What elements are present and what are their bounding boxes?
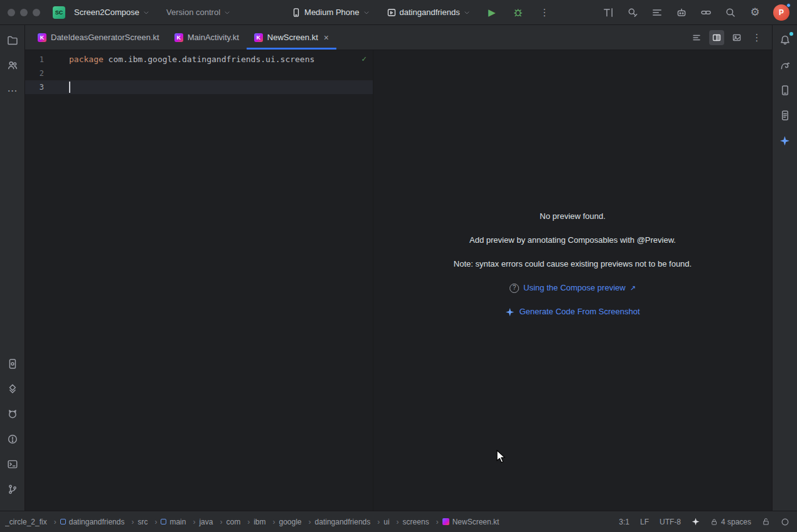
zoom-window-button[interactable] <box>33 9 40 16</box>
inspections-ok-icon[interactable]: ✓ <box>361 54 366 63</box>
design-view-button[interactable] <box>729 30 744 45</box>
split-view-button[interactable] <box>709 30 724 45</box>
link-icon <box>700 7 712 18</box>
phone-device-icon <box>291 8 301 18</box>
breadcrumb-item[interactable]: ui <box>383 518 402 526</box>
ide-status-button[interactable] <box>781 518 789 526</box>
device-explorer-icon <box>779 110 791 121</box>
notifications-tool-button[interactable] <box>776 31 794 49</box>
indent-widget[interactable]: 4 spaces <box>710 518 751 526</box>
people-icon <box>7 60 18 71</box>
breadcrumb-item[interactable]: ibm <box>254 518 279 526</box>
title-bar: SC Screen2Compose Version control Medium… <box>0 0 797 25</box>
device-link-button[interactable] <box>697 4 715 21</box>
tab-options-button[interactable]: ⋮ <box>749 30 764 45</box>
settings-button[interactable]: ⚙ <box>746 4 764 21</box>
project-name: Screen2Compose <box>74 8 139 17</box>
running-devices-tool-button[interactable] <box>776 82 794 99</box>
ai-assistant-button[interactable] <box>673 4 690 21</box>
tab-mainactivity[interactable]: K MainActivity.kt <box>167 25 247 50</box>
close-window-button[interactable] <box>8 9 15 16</box>
minimize-window-button[interactable] <box>20 9 28 16</box>
terminal-icon <box>7 459 18 470</box>
problems-tool-button[interactable] <box>4 430 21 448</box>
tab-dateideasgeneratorscreen[interactable]: K DateIdeasGeneratorScreen.kt <box>30 25 167 50</box>
version-control-menu[interactable]: Version control <box>163 5 235 19</box>
bell-icon <box>779 35 791 46</box>
device-explorer-tool-button[interactable] <box>776 107 794 124</box>
debug-button[interactable] <box>510 4 527 21</box>
bug-icon <box>513 7 523 18</box>
preview-note: Note: syntax errors could cause existing… <box>454 258 692 270</box>
encoding-widget[interactable]: UTF-8 <box>660 518 681 526</box>
compose-preview-docs-link[interactable]: ? Using the Compose preview ↗ <box>510 282 636 294</box>
cursor-position-widget[interactable]: 3:1 <box>619 518 629 526</box>
tab-newscreen[interactable]: K NewScreen.kt × <box>247 25 336 50</box>
pull-requests-tool-button[interactable] <box>4 56 21 74</box>
gradle-elephant-icon <box>779 60 791 71</box>
code-token: com.ibm.google.datingandfriends.ui.scree… <box>104 55 315 64</box>
close-tab-icon[interactable]: × <box>324 33 329 43</box>
kotlin-file-icon: K <box>254 33 263 42</box>
lock-icon <box>710 518 718 526</box>
split-view-icon <box>712 33 722 43</box>
text-cursor-tool-button[interactable] <box>599 4 617 21</box>
generate-code-from-screenshot-link[interactable]: Generate Code From Screenshot <box>505 306 639 317</box>
status-bar: _circle_2_fix datingandfriends src main … <box>0 511 797 532</box>
external-link-icon: ↗ <box>630 282 636 294</box>
run-button[interactable]: ▶ <box>483 4 501 21</box>
project-tool-button[interactable] <box>4 31 21 49</box>
breadcrumb-item[interactable]: datingandfriends <box>60 518 138 526</box>
android-studio-window: { "titlebar": { "project_icon_text": "SC… <box>0 0 797 532</box>
code-editor[interactable]: 1 package com.ibm.google.datingandfriend… <box>25 50 373 511</box>
breadcrumb-item[interactable]: com <box>226 518 254 526</box>
gradle-tool-button[interactable] <box>776 56 794 74</box>
terminal-tool-button[interactable] <box>4 455 21 473</box>
code-view-button[interactable] <box>689 30 704 45</box>
chevron-down-icon <box>463 9 471 16</box>
project-menu[interactable]: Screen2Compose <box>70 5 154 19</box>
run-toolbar: Medium Phone datingandfriends ▶ ⋮ <box>287 4 554 21</box>
more-actions-button[interactable]: ⋮ <box>536 4 554 21</box>
module-icon <box>60 519 66 524</box>
breadcrumb-item[interactable]: src <box>137 518 161 526</box>
gemini-star-icon <box>692 518 700 526</box>
build-variants-tool-button[interactable] <box>4 380 21 398</box>
breadcrumb-item[interactable]: screens <box>403 518 442 526</box>
breadcrumb: _circle_2_fix datingandfriends src main … <box>5 518 619 526</box>
breadcrumb-item[interactable]: datingandfriends <box>315 518 384 526</box>
breadcrumb-item[interactable]: main <box>161 518 199 526</box>
gemini-status-button[interactable] <box>692 518 700 526</box>
device-selector[interactable]: Medium Phone <box>287 5 373 20</box>
profile-avatar[interactable]: P <box>773 4 789 21</box>
readonly-toggle[interactable] <box>762 518 770 526</box>
gemini-tool-button[interactable] <box>776 132 794 149</box>
chevron-down-icon <box>142 9 150 16</box>
device-manager-tool-button[interactable] <box>4 355 21 373</box>
breadcrumb-item[interactable]: google <box>279 518 314 526</box>
right-tool-stripe <box>772 25 797 511</box>
preview-hint: Add preview by annotating Composables wi… <box>469 235 676 246</box>
version-control-tool-button[interactable] <box>4 481 21 498</box>
tab-label: DateIdeasGeneratorScreen.kt <box>51 33 159 42</box>
breadcrumb-item[interactable]: _circle_2_fix <box>5 518 60 526</box>
line-number: 3 <box>25 80 44 94</box>
notification-dot <box>786 3 791 8</box>
structure-button[interactable] <box>648 4 666 21</box>
line-number: 2 <box>25 66 44 80</box>
kotlin-file-icon: K <box>38 33 46 42</box>
logcat-tool-button[interactable] <box>4 405 21 423</box>
run-configuration-selector[interactable]: datingandfriends <box>383 5 474 20</box>
cat-icon <box>7 408 18 420</box>
kotlin-file-icon: K <box>174 33 183 42</box>
search-everywhere-button[interactable] <box>722 4 739 21</box>
search-replace-button[interactable] <box>624 4 641 21</box>
text-cursor-icon <box>602 7 614 18</box>
window-controls <box>8 9 40 16</box>
editor-line: 1 package com.ibm.google.datingandfriend… <box>25 53 373 66</box>
line-ending-widget[interactable]: LF <box>640 518 649 526</box>
breadcrumb-item-file[interactable]: NewScreen.kt <box>442 518 500 526</box>
breadcrumb-item[interactable]: java <box>199 518 226 526</box>
git-branch-icon <box>7 484 18 495</box>
more-tool-windows-button[interactable]: ⋯ <box>4 82 21 99</box>
